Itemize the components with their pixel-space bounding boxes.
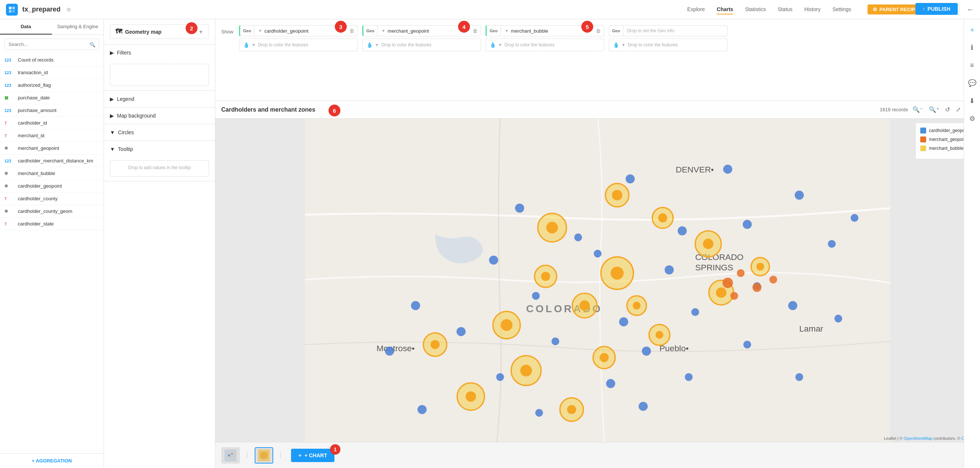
list-item[interactable]: T merchant_id [0,129,103,142]
geo-drop-zone-4[interactable]: Drop to set the Geo info [623,26,727,36]
geo-value-text-3: merchant_bubble [511,28,548,34]
map-background-header[interactable]: ▶ Map background [104,108,215,124]
column-name: Count of records [18,57,54,63]
chart-thumb-2[interactable] [255,447,273,463]
column-name: transaction_id [18,70,48,75]
svg-point-75 [835,315,842,323]
osm-link[interactable]: OpenStreetMap [904,436,932,441]
geo-color-drop-text-1: Drop to color the features [258,42,308,48]
tab-data[interactable]: Data [0,19,52,35]
back-arrow[interactable]: ← [967,5,974,14]
list-item[interactable]: ⊕ cardholder_county_geom [0,205,103,218]
tab-sampling[interactable]: Sampling & Engine [52,19,104,35]
tab-statistics[interactable]: Statistics [745,5,766,14]
search-input[interactable] [5,38,99,50]
svg-point-66 [743,341,751,349]
legend-color-cardholder [920,128,926,133]
right-icon-info[interactable]: ℹ [966,41,978,53]
geo-value-3[interactable]: ▼ merchant_bubble [501,26,604,36]
filters-header[interactable]: ▶ Filters [104,44,215,61]
fullscreen-button[interactable]: ⤢ [955,105,962,114]
geo-delete-3[interactable]: 🗑 [596,28,601,34]
geo-color-3[interactable]: 💧 ▼ Drop to color the features [485,38,605,51]
zoom-in-button[interactable]: 🔍⁺ [927,105,941,114]
chart-thumb-more-2[interactable]: ⋮ [278,452,283,459]
add-chart-button[interactable]: + + CHART [291,449,334,462]
list-item[interactable]: 123 authorized_flag [0,79,103,92]
svg-rect-3 [12,10,15,13]
list-item[interactable]: ▦ purchase_date [0,92,103,104]
tooltip-drop-zone[interactable]: Drop to add values in the tooltip [110,160,209,176]
add-aggregation-button[interactable]: + AGGREGATION [0,453,103,468]
right-icon-settings[interactable]: ⚙ [966,113,978,125]
chart-label: + CHART [304,452,327,458]
geo-value-2[interactable]: ▼ merchant_geopoint [377,26,481,36]
color-icon-4: 💧 [613,42,619,48]
filters-body [104,61,215,90]
refresh-button[interactable]: ↺ [943,105,951,114]
list-item[interactable]: 123 purchase_amount [0,104,103,117]
tab-explore[interactable]: Explore [687,5,705,14]
geo-label-1: Geo [240,25,254,36]
parent-recipe-button[interactable]: ⚙ PARENT RECIPE [867,5,924,14]
list-item[interactable]: ⊕ merchant_geopoint [0,142,103,155]
circles-header[interactable]: ▼ Circles [104,124,215,141]
right-icon-download[interactable]: ⬇ [966,95,978,107]
tab-status[interactable]: Status [778,5,792,14]
map-title: Cardholders and merchant zones [221,106,315,113]
svg-point-85 [231,456,232,458]
svg-point-76 [795,373,803,381]
geo-color-4[interactable]: 💧 ▼ Drop to color the features [609,38,727,51]
geo-delete-1[interactable]: 🗑 [349,28,355,34]
settings-icon[interactable]: ⚙ [67,7,71,13]
zoom-out-button[interactable]: 🔍⁻ [911,105,924,114]
list-item[interactable]: T cardholder_county [0,192,103,205]
geo-delete-2[interactable]: 🗑 [473,28,478,34]
tab-settings[interactable]: Settings [832,5,851,14]
svg-point-74 [851,214,859,222]
svg-point-80 [770,276,777,283]
geo-dropdown-icon-3: ▼ [504,29,509,33]
svg-point-72 [535,409,543,417]
legend-header[interactable]: ▶ Legend [104,91,215,107]
type-badge: T [5,197,15,201]
type-badge: 123 [5,70,15,75]
list-item[interactable]: ⊕ cardholder_geopoint [0,180,103,192]
geo-value-1[interactable]: ▼ cardholder_geopoint [254,26,358,36]
chart-thumb-more-1[interactable]: ⋮ [244,452,250,459]
chart-type-selector[interactable]: 🗺 Geometry map ▼ [110,24,209,39]
left-sidebar: Data Sampling & Engine 🔍 123 Count of re… [0,19,104,468]
list-item[interactable]: 123 transaction_id [0,67,103,79]
svg-point-58 [411,301,420,310]
tooltip-header[interactable]: ▼ Tooltip [104,141,215,157]
geo-color-1[interactable]: 💧 ▼ Drop to color the features [239,38,358,51]
list-item[interactable]: T cardholder_id [0,117,103,129]
column-name: cardholder_id [18,120,47,126]
recipe-icon: ⚙ [873,7,877,12]
geo-color-2[interactable]: 💧 ▼ Drop to color the features [362,38,481,51]
map-canvas[interactable]: DENVER• COLORADO SPRINGS COLORADO Montro… [215,117,980,442]
chart-thumb-1[interactable] [221,447,240,463]
svg-rect-82 [224,449,237,461]
right-icon-menu[interactable]: ≡ [966,59,978,71]
svg-point-55 [593,249,601,257]
svg-point-77 [722,278,733,288]
geo-dropdown-icon-1: ▼ [258,29,262,33]
svg-point-70 [685,373,693,381]
list-item[interactable]: 123 cardholder_merchant_distance_km [0,155,103,167]
tab-charts[interactable]: Charts [717,5,733,14]
tab-history[interactable]: History [804,5,821,14]
svg-point-61 [691,308,699,316]
list-item[interactable]: ⊕ merchant_bubble [0,167,103,180]
svg-point-49 [515,204,524,213]
column-name: merchant_bubble [18,171,55,176]
list-item[interactable]: T cardholder_state [0,218,103,230]
geo-label-2: Geo [363,25,377,36]
right-icon-chat[interactable]: 💬 [966,77,978,89]
filter-drop-zone[interactable] [110,64,209,86]
list-item[interactable]: 123 Count of records [0,54,103,67]
type-badge: T [5,121,15,125]
map-header: Cardholders and merchant zones 1619 reco… [215,101,980,119]
right-icon-add[interactable]: ＋ [966,24,978,36]
geo-columns: Geo ▼ cardholder_geopoint 🗑 💧 ▼ Dr [239,25,974,53]
